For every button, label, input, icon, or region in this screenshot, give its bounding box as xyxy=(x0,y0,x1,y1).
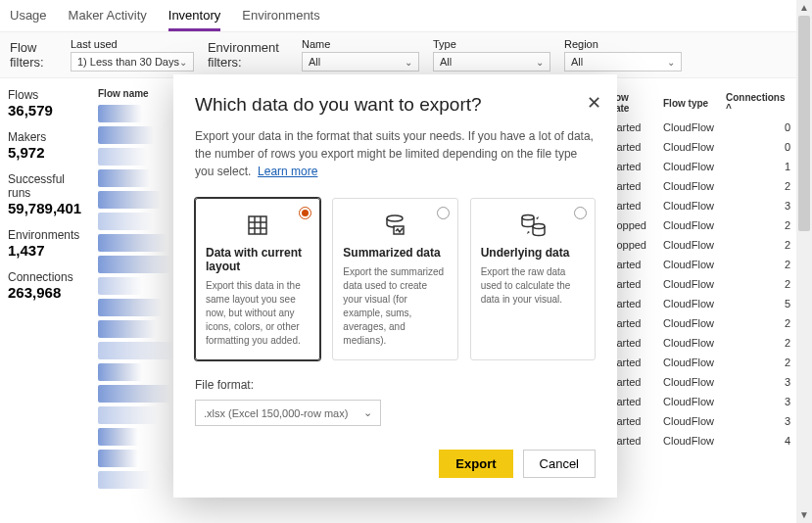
dialog-description: Export your data in the format that suit… xyxy=(195,127,596,180)
export-option-0[interactable]: Data with current layoutExport this data… xyxy=(195,198,320,360)
option-title: Underlying data xyxy=(481,246,585,260)
export-button[interactable]: Export xyxy=(439,450,512,478)
option-title: Summarized data xyxy=(343,246,447,260)
radio-icon xyxy=(299,207,311,219)
export-option-2[interactable]: Underlying dataExport the raw data used … xyxy=(470,198,596,360)
file-format-value: .xlsx (Excel 150,000-row max) xyxy=(204,407,348,419)
svg-rect-0 xyxy=(249,216,266,234)
learn-more-link[interactable]: Learn more xyxy=(258,165,317,178)
underlying-data-icon xyxy=(481,211,585,240)
file-format-label: File format: xyxy=(195,378,596,392)
export-option-1[interactable]: Summarized dataExport the summarized dat… xyxy=(332,198,457,360)
svg-point-5 xyxy=(387,215,403,221)
radio-icon xyxy=(574,207,587,219)
chevron-down-icon: ⌄ xyxy=(363,406,372,419)
option-desc: Export the raw data used to calculate th… xyxy=(481,265,585,307)
scroll-down-arrow-icon[interactable]: ▼ xyxy=(796,507,812,523)
option-desc: Export this data in the same layout you … xyxy=(206,279,310,348)
export-options: Data with current layoutExport this data… xyxy=(195,198,596,360)
export-dialog: Which data do you want to export? ✕ Expo… xyxy=(173,74,617,498)
option-title: Data with current layout xyxy=(206,246,310,273)
cancel-button[interactable]: Cancel xyxy=(523,450,596,478)
close-icon: ✕ xyxy=(587,93,601,113)
vertical-scrollbar[interactable]: ▲ ▼ xyxy=(796,0,812,523)
svg-point-7 xyxy=(522,215,534,220)
scrollbar-thumb[interactable] xyxy=(798,16,810,231)
scroll-up-arrow-icon[interactable]: ▲ xyxy=(796,0,812,16)
dialog-title: Which data do you want to export? xyxy=(195,94,596,116)
option-desc: Export the summarized data used to creat… xyxy=(343,265,447,348)
file-format-select[interactable]: .xlsx (Excel 150,000-row max) ⌄ xyxy=(195,400,381,426)
radio-icon xyxy=(437,207,450,219)
close-button[interactable]: ✕ xyxy=(587,92,601,114)
table-layout-icon xyxy=(206,211,310,240)
svg-point-8 xyxy=(533,224,545,229)
summarized-data-icon xyxy=(343,211,447,240)
